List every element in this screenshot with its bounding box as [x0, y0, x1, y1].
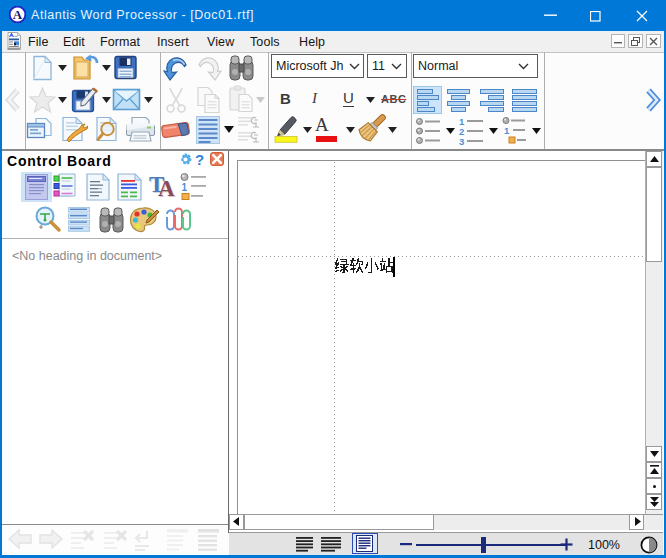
- svg-text:1: 1: [182, 182, 188, 193]
- svg-text:A: A: [13, 7, 23, 22]
- svg-text:3: 3: [459, 136, 464, 146]
- svg-text:1: 1: [504, 125, 510, 136]
